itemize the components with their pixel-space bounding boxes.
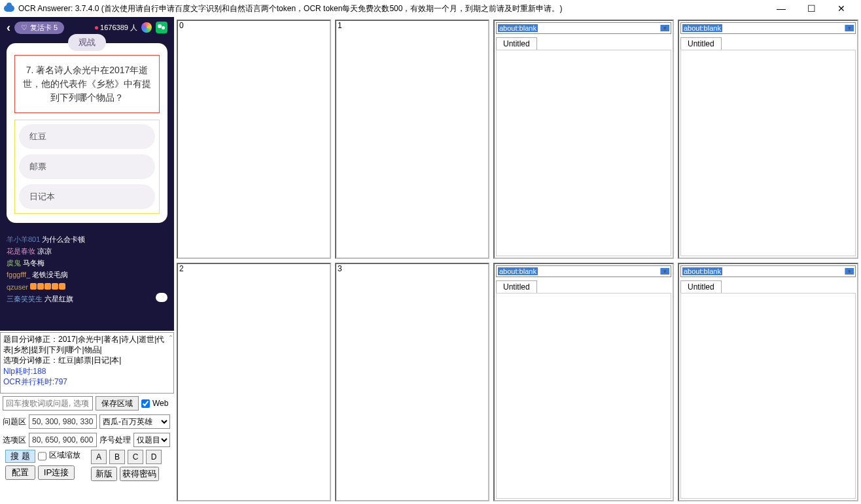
question-area-label: 问题区	[3, 416, 26, 428]
browser-body	[680, 50, 856, 256]
result-pane-3: 3	[335, 263, 489, 502]
options-area-label: 选项区	[3, 435, 26, 446]
window-title: OCR Answerer: 3.7.4.0 (首次使用请自行申请百度文字识别和自…	[18, 3, 772, 14]
question-coords-input[interactable]	[29, 414, 97, 429]
pane-number: 0	[179, 21, 184, 30]
chat-area: 羊小羊801 为什么会卡顿 花是春妆 凉凉 虞鬼 马冬梅 fgggfff_ 老铁…	[0, 228, 174, 307]
search-input[interactable]	[3, 396, 93, 411]
config-button[interactable]: 配置	[5, 465, 35, 480]
wechat-icon[interactable]	[156, 22, 167, 33]
zoom-label: 区域缩放	[49, 450, 80, 463]
pane-number: 2	[179, 264, 184, 273]
ip-button[interactable]: IP连接	[38, 465, 75, 480]
question-text: 7. 著名诗人余光中在2017年逝世，他的代表作《乡愁》中有提到下列哪个物品？	[14, 55, 160, 113]
log-line: 选项分词修正：红豆|邮票|日记|本|	[3, 355, 171, 365]
dropdown-icon[interactable]: ▾	[660, 25, 669, 31]
getpassword-button[interactable]: 获得密码	[120, 467, 159, 481]
browser-tab[interactable]: Untitled	[496, 37, 537, 50]
browser-tab[interactable]: Untitled	[496, 280, 537, 293]
newversion-button[interactable]: 新版	[91, 467, 117, 481]
log-output[interactable]: 题目分词修正：2017|余光中|著名|诗人|逝世|代表|乡愁|提到|下列|哪个|…	[0, 332, 174, 394]
browser-pane: about:blank▾ Untitled	[678, 263, 858, 502]
provider-select[interactable]: 西瓜-百万英雄	[99, 414, 170, 429]
pane-number: 1	[338, 21, 342, 30]
browser-tab[interactable]: Untitled	[680, 37, 722, 50]
options-box: 红豆 邮票 日记本	[14, 120, 160, 214]
option-b[interactable]: 邮票	[19, 154, 155, 179]
comment-icon[interactable]	[156, 293, 167, 302]
dropdown-icon[interactable]: ▾	[845, 268, 854, 275]
browser-tab[interactable]: Untitled	[680, 280, 722, 293]
zoom-checkbox[interactable]	[38, 450, 46, 463]
chat-line: qzuser	[7, 281, 167, 293]
chat-line: 三秦笑笑生 六星红旗	[7, 293, 167, 305]
pane-number: 3	[338, 264, 342, 273]
share-icon[interactable]	[141, 22, 152, 33]
chat-line: 羊小羊801 为什么会卡顿	[7, 233, 167, 245]
chat-line: fgggfff_ 老铁没毛病	[7, 269, 167, 280]
emoji-icon	[30, 283, 65, 290]
answer-a-button[interactable]: A	[91, 450, 107, 464]
answer-c-button[interactable]: C	[128, 450, 143, 464]
search-button[interactable]: 搜 题	[5, 450, 35, 463]
heart-icon: ♡	[21, 24, 27, 32]
save-area-button[interactable]: 保存区域	[96, 396, 139, 411]
question-card: 观战 7. 著名诗人余光中在2017年逝世，他的代表作《乡愁》中有提到下列哪个物…	[7, 43, 167, 223]
dropdown-icon[interactable]: ▾	[845, 25, 854, 31]
titlebar: OCR Answerer: 3.7.4.0 (首次使用请自行申请百度文字识别和自…	[0, 0, 861, 17]
log-line: 题目分词修正：2017|余光中|著名|诗人|逝世|代表|乡愁|提到|下列|哪个|…	[3, 334, 171, 355]
revive-label: 复活卡 5	[30, 23, 58, 33]
result-pane-0: 0	[177, 20, 331, 259]
back-icon[interactable]: ‹	[7, 21, 10, 35]
answer-d-button[interactable]: D	[146, 450, 162, 464]
browser-pane: about:blank▾ Untitled	[493, 263, 674, 502]
url-bar[interactable]: about:blank▾	[680, 22, 856, 34]
live-dot-icon	[95, 26, 98, 29]
web-checkbox[interactable]	[141, 399, 150, 408]
app-icon	[4, 5, 14, 12]
browser-pane: about:blank▾ Untitled	[493, 20, 674, 259]
right-grid: 0 1 about:blank▾ Untitled about:blank▾ U…	[174, 17, 861, 504]
url-bar[interactable]: about:blank▾	[496, 22, 671, 34]
viewer-count: 1676389 人	[95, 23, 137, 33]
options-coords-input[interactable]	[29, 433, 97, 447]
log-line: OCR并行耗时:797	[3, 377, 171, 387]
url-bar[interactable]: about:blank▾	[496, 265, 671, 277]
result-pane-2: 2	[177, 263, 331, 502]
option-c[interactable]: 日记本	[19, 184, 155, 209]
watch-tab[interactable]: 观战	[68, 34, 106, 51]
left-panel: ‹ ♡复活卡 5 1676389 人 观战 7. 著名诗人余光中在2017年逝世…	[0, 17, 174, 504]
minimize-button[interactable]: —	[772, 2, 790, 15]
url-bar[interactable]: about:blank▾	[680, 265, 856, 277]
browser-body	[496, 293, 671, 499]
revive-pill[interactable]: ♡复活卡 5	[14, 22, 64, 34]
close-button[interactable]: ✕	[832, 2, 851, 15]
option-a[interactable]: 红豆	[19, 124, 155, 149]
browser-body	[496, 50, 671, 256]
chat-line: 花是春妆 凉凉	[7, 245, 167, 257]
seq-label: 序号处理	[99, 435, 131, 446]
browser-body	[680, 293, 856, 499]
scroll-up-icon[interactable]: ˆ	[169, 334, 172, 344]
result-pane-1: 1	[335, 20, 489, 259]
browser-pane: about:blank▾ Untitled	[678, 20, 858, 259]
chat-line: 虞鬼 马冬梅	[7, 257, 167, 269]
phone-preview: ‹ ♡复活卡 5 1676389 人 观战 7. 著名诗人余光中在2017年逝世…	[0, 17, 174, 331]
log-line: Nlp耗时:188	[3, 366, 171, 377]
dropdown-icon[interactable]: ▾	[660, 268, 669, 275]
web-label: Web	[152, 399, 168, 408]
seq-select[interactable]: 仅题目	[133, 433, 170, 447]
answer-b-button[interactable]: B	[109, 450, 125, 464]
maximize-button[interactable]: ☐	[802, 2, 820, 15]
